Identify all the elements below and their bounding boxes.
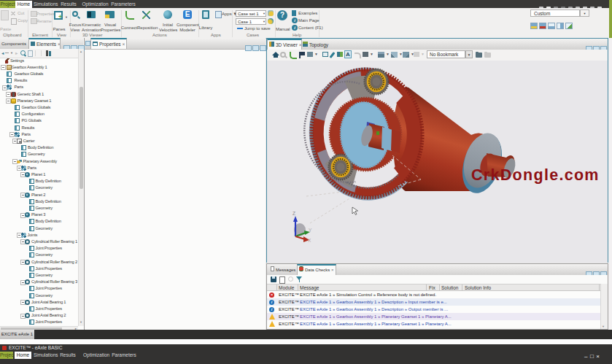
svg-text:Y: Y [309, 228, 312, 233]
svg-text:CrkDongle.com: CrkDongle.com [471, 166, 600, 184]
svg-text:Z: Z [293, 211, 295, 216]
svg-text:X: X [308, 238, 311, 243]
